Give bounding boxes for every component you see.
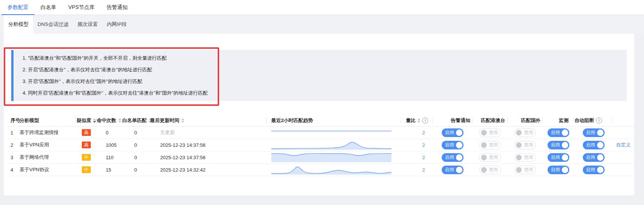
model-name: 基于VPN应用: [18, 142, 76, 148]
hit-count: 15: [97, 167, 121, 173]
switch-label: 启用: [586, 167, 595, 173]
switch-knob: [481, 167, 487, 173]
ratio-value-link[interactable]: 2: [422, 167, 425, 173]
switch-label: 启用: [445, 142, 454, 148]
switch-knob: [597, 130, 603, 136]
monitor-on-switch[interactable]: 启用: [548, 128, 569, 137]
table-row: 2基于VPN应用高100502025-12-23 14:37:562启用禁用禁用…: [8, 139, 634, 151]
sub-tab-3[interactable]: 内网IP段: [102, 15, 131, 34]
switch-label: 禁用: [524, 142, 533, 148]
alarm-on-switch[interactable]: 启用: [442, 153, 463, 162]
monitor-cell: 启用: [543, 166, 574, 174]
column-header-label: 命中次数: [97, 117, 116, 124]
sort-icon[interactable]: [93, 118, 96, 123]
suspicion-badge: 高: [82, 129, 91, 136]
content-card: 1. "匹配港澳台"和"匹配国外"的开关，全部不开启，则全量进行匹配2. 开启"…: [4, 34, 634, 195]
switch-knob: [456, 167, 462, 173]
match-foreign-cell: 禁用: [507, 128, 543, 137]
sort-asc-icon[interactable]: [181, 118, 184, 120]
sort-desc-icon[interactable]: [417, 121, 420, 123]
hit-count: 110: [97, 155, 121, 160]
alarm-on-switch[interactable]: 启用: [442, 141, 463, 149]
match-hk-off-switch[interactable]: 禁用: [479, 153, 501, 162]
alarm-cell: 启用: [432, 153, 472, 162]
sub-tab-0[interactable]: 分析模型: [4, 15, 33, 34]
autoblock-on-switch[interactable]: 启用: [583, 166, 605, 174]
column-header-model: 分析模型: [18, 115, 76, 126]
trend-sparkline: [271, 164, 391, 175]
match-hk-cell: 禁用: [472, 153, 507, 162]
info-icon[interactable]: i: [422, 118, 428, 124]
match-hk-off-switch[interactable]: 禁用: [479, 166, 501, 174]
main-tab-0[interactable]: 参数配置: [2, 0, 35, 15]
match-hk-off-switch[interactable]: 禁用: [479, 128, 501, 137]
column-header-suspicion[interactable]: 疑似度: [76, 115, 97, 126]
trend-sparkline: [271, 140, 391, 150]
monitor-on-switch[interactable]: 启用: [548, 166, 569, 174]
main-tab-1[interactable]: 白名单: [35, 0, 62, 15]
main-tab-label: 参数配置: [8, 4, 29, 11]
alarm-on-switch[interactable]: 启用: [442, 166, 463, 174]
match-hk-cell: 禁用: [472, 141, 507, 149]
switch-knob: [562, 154, 568, 161]
whitelist-match-count: 0: [121, 130, 150, 136]
ratio-value-link[interactable]: 2: [422, 155, 425, 160]
sub-tab-label: 频次设置: [78, 21, 98, 28]
last-update-time: 2025-12-23 14:37:56: [150, 155, 266, 160]
autoblock-cell: 启用: [574, 153, 612, 162]
match-foreign-off-switch[interactable]: 禁用: [514, 153, 536, 162]
column-header-ratio[interactable]: 量比i: [401, 115, 432, 126]
column-header-label: 监测: [559, 117, 569, 124]
whitelist-match-count: 0: [121, 142, 150, 148]
monitor-on-switch[interactable]: 启用: [548, 141, 569, 149]
switch-label: 启用: [445, 130, 454, 136]
switch-label: 禁用: [524, 130, 533, 136]
sort-asc-icon[interactable]: [93, 118, 96, 120]
switch-label: 启用: [551, 154, 560, 161]
sort-asc-icon[interactable]: [417, 118, 420, 120]
main-tab-3[interactable]: 告警通知: [101, 0, 134, 15]
column-header-whitelist[interactable]: 白名单匹配: [121, 115, 150, 126]
sub-tab-2[interactable]: 频次设置: [73, 15, 102, 34]
column-header-alarm: 告警通知: [432, 115, 472, 126]
table-body: 1基于跨境监测情报高00无更新2启用禁用禁用启用启用2基于VPN应用高10050…: [8, 127, 634, 176]
ratio-value-link[interactable]: 2: [422, 130, 425, 136]
ratio-value-link[interactable]: 2: [422, 142, 425, 148]
alarm-on-switch[interactable]: 启用: [442, 128, 463, 137]
sort-desc-icon[interactable]: [93, 121, 96, 123]
trend-cell: [266, 152, 402, 163]
sub-tab-1[interactable]: DNS会话过滤: [33, 15, 73, 34]
switch-knob: [562, 142, 568, 148]
sort-desc-icon[interactable]: [181, 121, 184, 123]
match-hk-off-switch[interactable]: 禁用: [479, 141, 501, 149]
model-name: 基于网络代理: [18, 154, 76, 161]
monitor-on-switch[interactable]: 启用: [548, 153, 569, 162]
column-header-label: 匹配国外: [521, 117, 540, 124]
row-index: 2: [8, 142, 18, 148]
main-tabbar: 参数配置白名单VPS节点库告警通知: [0, 0, 644, 15]
sort-icon[interactable]: [181, 118, 184, 123]
switch-knob: [481, 142, 487, 148]
custom-link[interactable]: 自定义: [616, 142, 631, 148]
column-header-label: 疑似度: [77, 117, 91, 124]
autoblock-on-switch[interactable]: 启用: [583, 141, 605, 149]
main-tab-2[interactable]: VPS节点库: [62, 0, 101, 15]
sort-icon[interactable]: [417, 118, 420, 123]
table-row: 1基于跨境监测情报高00无更新2启用禁用禁用启用启用: [8, 127, 634, 139]
info-icon[interactable]: i: [596, 118, 602, 124]
match-hk-cell: 禁用: [472, 128, 507, 137]
table-row: 4基于VPN协议中1502025-12-23 14:32:422启用禁用禁用启用…: [8, 164, 634, 176]
suspicion-cell: 中: [76, 166, 97, 173]
column-header-hits[interactable]: 命中次数: [97, 115, 121, 126]
autoblock-on-switch[interactable]: 启用: [583, 153, 605, 162]
column-header-updated[interactable]: 最后更新时间: [150, 115, 266, 126]
switch-label: 禁用: [489, 130, 498, 136]
monitor-cell: 启用: [543, 128, 574, 137]
autoblock-on-switch[interactable]: 启用: [583, 128, 605, 137]
match-foreign-off-switch[interactable]: 禁用: [514, 128, 536, 137]
whitelist-match-count: 0: [121, 167, 150, 173]
switch-knob: [516, 130, 522, 136]
match-foreign-off-switch[interactable]: 禁用: [514, 166, 536, 174]
column-header-label: 量比: [406, 117, 415, 124]
match-foreign-off-switch[interactable]: 禁用: [514, 141, 536, 149]
